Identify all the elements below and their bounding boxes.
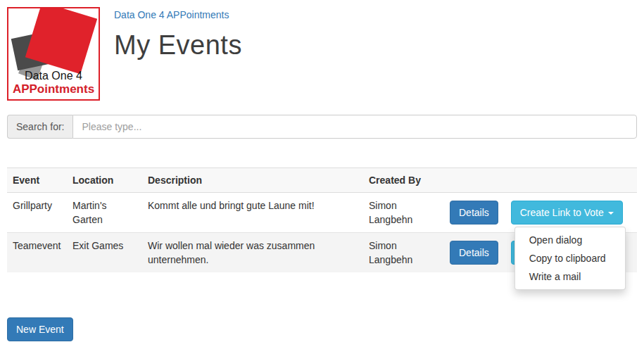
logo-text-line2: APPointments [8,82,99,96]
details-button[interactable]: Details [450,241,498,265]
cell-event: Grillparty [7,193,67,233]
col-header-description: Description [142,168,363,193]
cell-event: Teamevent [7,233,67,273]
search-label: Search for: [7,115,72,139]
page-header: Data One 4 APPointments Data One 4 APPoi… [7,7,637,101]
brand-link[interactable]: Data One 4 APPointments [114,9,229,20]
new-event-button[interactable]: New Event [7,317,73,341]
page-container: Data One 4 APPointments Data One 4 APPoi… [0,7,644,341]
vote-dropdown-menu: Open dialog Copy to clipboard Write a ma… [514,227,626,290]
app-logo: Data One 4 APPointments [7,7,100,101]
table-row: Grillparty Martin's Garten Kommt alle un… [7,193,637,233]
search-bar: Search for: [7,115,637,139]
col-header-location: Location [67,168,142,193]
cell-location: Martin's Garten [67,193,142,233]
cell-description: Kommt alle und bringt gute Laune mit! [142,193,363,233]
menu-item-copy-to-clipboard[interactable]: Copy to clipboard [515,249,625,267]
footer-actions: New Event [7,317,637,341]
cell-created-by: Simon Langbehn [363,233,444,273]
col-header-event: Event [7,168,67,193]
events-table: Event Location Description Created By Gr… [7,167,637,272]
cell-location: Exit Games [67,233,142,273]
table-header-row: Event Location Description Created By [7,168,637,193]
header-text-block: Data One 4 APPointments My Events [114,7,242,101]
vote-button-group: Create Link to Vote Open dialog Copy to … [511,201,623,225]
page-title: My Events [114,30,242,61]
col-header-actions [444,168,637,193]
logo-text: Data One 4 APPointments [8,70,99,96]
menu-item-open-dialog[interactable]: Open dialog [515,231,625,249]
search-input[interactable] [72,115,637,139]
menu-item-write-a-mail[interactable]: Write a mail [515,267,625,286]
caret-down-icon [608,212,614,215]
create-link-to-vote-button[interactable]: Create Link to Vote [511,201,623,225]
logo-text-line1: Data One 4 [8,70,99,82]
details-button[interactable]: Details [450,201,498,225]
col-header-created-by: Created By [363,168,444,193]
cell-description: Wir wollen mal wieder was zusammen unter… [142,233,363,273]
cell-actions: Details Create Link to Vote Open dialog … [444,193,637,233]
cell-created-by: Simon Langbehn [363,193,444,233]
events-table-wrap: Event Location Description Created By Gr… [7,167,637,272]
